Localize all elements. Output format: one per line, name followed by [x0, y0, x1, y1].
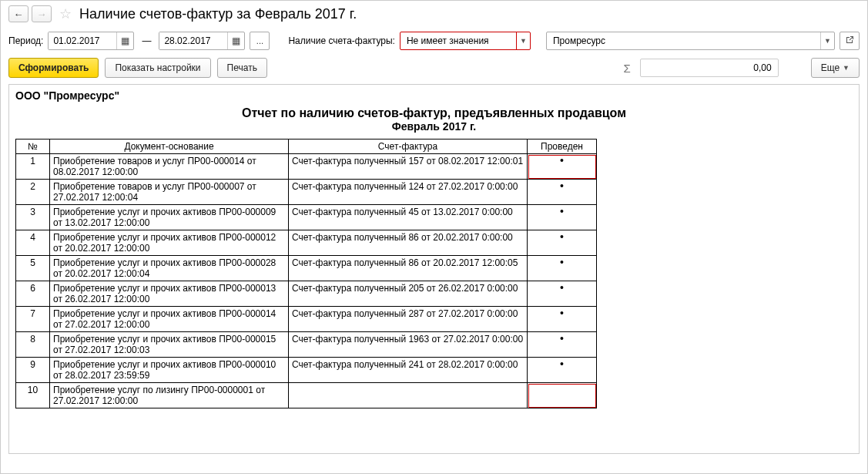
cell-num: 7 [16, 307, 50, 332]
date-from-field[interactable]: ▦ [48, 32, 134, 50]
date-to-calendar-button[interactable]: ▦ [227, 32, 244, 49]
col-header-invoice: Счет-фактура [289, 140, 528, 154]
table-row[interactable]: 4Приобретение услуг и прочих активов ПР0… [16, 230, 597, 256]
cell-invoice: Счет-фактура полученный 86 от 20.02.2017… [289, 256, 528, 281]
cell-doc: Приобретение услуг и прочих активов ПР00… [50, 332, 289, 358]
chevron-down-icon: ▼ [824, 37, 831, 45]
period-select-button[interactable]: ... [250, 32, 270, 50]
favorite-star-icon[interactable]: ☆ [59, 5, 72, 22]
organization-dropdown[interactable]: Промресурс ▼ [546, 32, 835, 50]
show-settings-button[interactable]: Показать настройки [105, 58, 210, 78]
calendar-icon: ▦ [121, 35, 129, 46]
table-row[interactable]: 1Приобретение товаров и услуг ПР00-00001… [16, 154, 597, 180]
cell-invoice: Счет-фактура полученный 45 от 13.02.2017… [289, 205, 528, 230]
ellipsis-icon: ... [256, 36, 263, 45]
period-dash: — [142, 35, 151, 46]
cell-num: 10 [16, 383, 50, 408]
posted-dot-icon: • [560, 180, 564, 192]
cell-num: 4 [16, 230, 50, 256]
more-button[interactable]: Еще ▼ [811, 58, 860, 78]
cell-posted: • [528, 281, 597, 307]
org-title: ООО "Промресурс" [15, 89, 854, 102]
cell-posted: • [528, 358, 597, 383]
arrow-right-icon: → [37, 8, 47, 20]
cell-posted: • [528, 154, 597, 180]
posted-dot-icon: • [560, 281, 564, 294]
external-link-icon [845, 35, 854, 46]
page-title: Наличие счетов-фактур за Февраль 2017 г. [79, 6, 357, 22]
cell-doc: Приобретение услуг и прочих активов ПР00… [50, 281, 289, 307]
col-header-posted: Проведен [528, 140, 597, 154]
sum-display: 0,00 [640, 59, 779, 77]
date-to-input[interactable] [159, 32, 227, 49]
cell-num: 8 [16, 332, 50, 358]
date-from-input[interactable] [49, 32, 116, 49]
cell-posted: • [528, 180, 597, 205]
nav-forward-button[interactable]: → [32, 5, 52, 22]
invoice-presence-caret[interactable]: ▼ [516, 32, 530, 49]
cell-posted: • [528, 205, 597, 230]
cell-doc: Приобретение услуг и прочих активов ПР00… [50, 205, 289, 230]
invoice-presence-value: Не имеет значения [400, 35, 516, 46]
table-row[interactable]: 10Приобретение услуг по лизингу ПР00-000… [16, 383, 597, 408]
cell-doc: Приобретение товаров и услуг ПР00-000007… [50, 180, 289, 205]
nav-back-button[interactable]: ← [8, 5, 28, 22]
table-row[interactable]: 2Приобретение товаров и услуг ПР00-00000… [16, 180, 597, 205]
more-button-label: Еще [821, 62, 840, 73]
date-to-field[interactable]: ▦ [159, 32, 245, 50]
cell-invoice: Счет-фактура полученный 287 от 27.02.201… [289, 307, 528, 332]
cell-num: 6 [16, 281, 50, 307]
cell-invoice: Счет-фактура полученный 1963 от 27.02.20… [289, 332, 528, 358]
chevron-down-icon: ▼ [843, 64, 850, 72]
cell-doc: Приобретение товаров и услуг ПР00-000014… [50, 154, 289, 180]
cell-num: 3 [16, 205, 50, 230]
cell-doc: Приобретение услуг и прочих активов ПР00… [50, 307, 289, 332]
organization-caret[interactable]: ▼ [820, 32, 834, 49]
cell-doc: Приобретение услуг и прочих активов ПР00… [50, 256, 289, 281]
print-button[interactable]: Печать [217, 58, 267, 78]
cell-num: 2 [16, 180, 50, 205]
cell-posted: • [528, 307, 597, 332]
cell-num: 9 [16, 358, 50, 383]
posted-dot-icon: • [560, 332, 564, 345]
table-row[interactable]: 6Приобретение услуг и прочих активов ПР0… [16, 281, 597, 307]
cell-num: 1 [16, 154, 50, 180]
invoice-presence-dropdown[interactable]: Не имеет значения ▼ [400, 32, 531, 50]
period-label: Период: [8, 35, 43, 46]
cell-doc: Приобретение услуг по лизингу ПР00-00000… [50, 383, 289, 408]
table-row[interactable]: 7Приобретение услуг и прочих активов ПР0… [16, 307, 597, 332]
table-row[interactable]: 8Приобретение услуг и прочих активов ПР0… [16, 332, 597, 358]
organization-value: Промресурс [547, 35, 820, 46]
table-row[interactable]: 9Приобретение услуг и прочих активов ПР0… [16, 358, 597, 383]
posted-dot-icon: • [560, 358, 564, 370]
cell-posted: • [528, 256, 597, 281]
cell-invoice: Счет-фактура полученный 124 от 27.02.201… [289, 180, 528, 205]
report-title: Отчет по наличию счетов-фактур, предъявл… [14, 106, 854, 120]
invoice-presence-label: Наличие счета-фактуры: [288, 35, 395, 46]
cell-invoice: Счет-фактура полученный 86 от 20.02.2017… [289, 230, 528, 256]
cell-doc: Приобретение услуг и прочих активов ПР00… [50, 358, 289, 383]
cell-invoice: Счет-фактура полученный 157 от 08.02.201… [289, 154, 528, 180]
cell-invoice [289, 383, 528, 408]
cell-posted: • [528, 230, 597, 256]
col-header-num: № [16, 140, 50, 154]
organization-open-button[interactable] [840, 32, 860, 50]
report-table: № Документ-основание Счет-фактура Провед… [15, 139, 597, 408]
table-header-row: № Документ-основание Счет-фактура Провед… [16, 140, 597, 154]
sigma-icon: Σ [623, 62, 630, 75]
report-area[interactable]: ООО "Промресурс" Отчет по наличию счетов… [8, 84, 860, 454]
generate-button[interactable]: Сформировать [8, 58, 99, 78]
table-row[interactable]: 3Приобретение услуг и прочих активов ПР0… [16, 205, 597, 230]
table-row[interactable]: 5Приобретение услуг и прочих активов ПР0… [16, 256, 597, 281]
chevron-down-icon: ▼ [520, 37, 527, 45]
calendar-icon: ▦ [232, 35, 240, 46]
cell-invoice: Счет-фактура полученный 205 от 26.02.201… [289, 281, 528, 307]
date-from-calendar-button[interactable]: ▦ [116, 32, 133, 49]
posted-dot-icon: • [560, 154, 564, 166]
cell-doc: Приобретение услуг и прочих активов ПР00… [50, 230, 289, 256]
report-subtitle: Февраль 2017 г. [14, 120, 854, 133]
posted-dot-icon: • [560, 230, 564, 243]
posted-dot-icon: • [560, 205, 564, 217]
arrow-left-icon: ← [14, 8, 24, 20]
cell-posted: • [528, 332, 597, 358]
